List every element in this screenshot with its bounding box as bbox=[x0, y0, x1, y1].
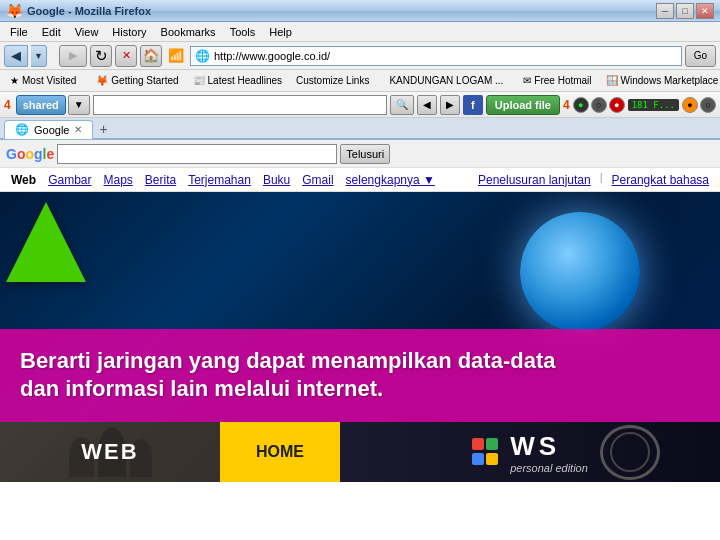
menu-tools[interactable]: Tools bbox=[224, 25, 262, 39]
info-text: Berarti jaringan yang dapat menampilkan … bbox=[20, 347, 700, 404]
address-bar[interactable]: 🌐 http://www.google.co.id/ bbox=[190, 46, 682, 66]
info-line-1: Berarti jaringan yang dapat menampilkan … bbox=[20, 348, 555, 373]
bookmark-getting-started[interactable]: 🦊 Getting Started bbox=[90, 73, 184, 88]
tab-google-icon: 🌐 bbox=[15, 123, 29, 136]
new-tab-button[interactable]: + bbox=[93, 119, 113, 138]
right-logo-area: WS personal edition bbox=[340, 422, 720, 482]
home-box: HOME bbox=[220, 422, 340, 482]
google-nav-terjemahan[interactable]: Terjemahan bbox=[183, 171, 256, 189]
info-line-2: dan informasi lain melalui internet. bbox=[20, 376, 383, 401]
google-nav: Web Gambar Maps Berita Terjemahan Buku G… bbox=[0, 168, 720, 192]
toolbar-circle-3[interactable]: ● bbox=[609, 97, 625, 113]
web-label-overlay: WEB bbox=[0, 422, 220, 482]
mail-icon: ✉ bbox=[523, 75, 531, 86]
window-controls: ─ □ ✕ bbox=[656, 3, 714, 19]
glowing-orb bbox=[520, 212, 640, 332]
stop-button[interactable]: ✕ bbox=[115, 45, 137, 67]
menu-help[interactable]: Help bbox=[263, 25, 298, 39]
toolbar-num-display: 181 F... bbox=[628, 99, 679, 111]
google-logo-small: Google bbox=[6, 146, 54, 162]
bookmark-hotmail[interactable]: ✉ Free Hotmail bbox=[517, 73, 597, 88]
google-nav-language[interactable]: Perangkat bahasa bbox=[607, 171, 714, 189]
bookmark-kandungan[interactable]: KANDUNGAN LOGAM ... bbox=[383, 73, 509, 88]
web-label: WEB bbox=[81, 439, 138, 465]
toolbar-nav-left[interactable]: ◀ bbox=[417, 95, 437, 115]
news-icon: 📰 bbox=[193, 75, 205, 86]
toolbar-circle-4[interactable]: ● bbox=[682, 97, 698, 113]
google-nav-right: Penelusuran lanjutan | Perangkat bahasa bbox=[473, 171, 714, 189]
google-nav-berita[interactable]: Berita bbox=[140, 171, 181, 189]
google-nav-buku[interactable]: Buku bbox=[258, 171, 295, 189]
upload-button[interactable]: Upload file bbox=[486, 95, 560, 115]
google-nav-maps[interactable]: Maps bbox=[98, 171, 137, 189]
toolbar-search-input[interactable] bbox=[93, 95, 387, 115]
signal-icon: 📶 bbox=[165, 45, 187, 67]
home-label: HOME bbox=[256, 443, 304, 461]
google-nav-gambar[interactable]: Gambar bbox=[43, 171, 96, 189]
address-text: http://www.google.co.id/ bbox=[214, 50, 330, 62]
menu-view[interactable]: View bbox=[69, 25, 105, 39]
menu-edit[interactable]: Edit bbox=[36, 25, 67, 39]
back-dropdown[interactable]: ▼ bbox=[31, 45, 47, 67]
toolbar-circle-2[interactable]: ○ bbox=[591, 97, 607, 113]
menu-bar: File Edit View History Bookmarks Tools H… bbox=[0, 22, 720, 42]
bookmark-most-visited[interactable]: ★ Most Visited bbox=[4, 73, 82, 88]
tab-google[interactable]: 🌐 Google ✕ bbox=[4, 120, 93, 139]
bookmark-headlines[interactable]: 📰 Latest Headlines bbox=[187, 73, 289, 88]
menu-history[interactable]: History bbox=[106, 25, 152, 39]
shared-number: 4 bbox=[4, 98, 11, 112]
tab-close-button[interactable]: ✕ bbox=[74, 124, 82, 135]
green-arrow bbox=[6, 202, 86, 282]
facebook-icon[interactable]: f bbox=[463, 95, 483, 115]
google-search-bar: Google Telusuri bbox=[0, 140, 720, 168]
tab-bar: 🌐 Google ✕ + bbox=[0, 118, 720, 140]
nav-bar: ◀ ▼ ▶ ↻ ✕ 🏠 📶 🌐 http://www.google.co.id/… bbox=[0, 42, 720, 70]
close-button[interactable]: ✕ bbox=[696, 3, 714, 19]
menu-bookmarks[interactable]: Bookmarks bbox=[155, 25, 222, 39]
bookmarks-bar: ★ Most Visited 🦊 Getting Started 📰 Lates… bbox=[0, 70, 720, 92]
ws-text: WS bbox=[510, 431, 588, 462]
info-box: Berarti jaringan yang dapat menampilkan … bbox=[0, 329, 720, 422]
google-search-input[interactable] bbox=[57, 144, 337, 164]
browser-icon: 🦊 bbox=[6, 3, 23, 19]
tab-google-label: Google bbox=[34, 124, 69, 136]
edition-text: personal edition bbox=[510, 462, 588, 474]
title-bar: 🦊 Google - Mozilla Firefox ─ □ ✕ bbox=[0, 0, 720, 22]
shared-button[interactable]: shared bbox=[16, 95, 66, 115]
maximize-button[interactable]: □ bbox=[676, 3, 694, 19]
forward-button[interactable]: ▶ bbox=[59, 45, 87, 67]
google-nav-advanced[interactable]: Penelusuran lanjutan bbox=[473, 171, 596, 189]
go-button[interactable]: Go bbox=[685, 45, 716, 67]
toolbar-circle-1[interactable]: ● bbox=[573, 97, 589, 113]
menu-file[interactable]: File bbox=[4, 25, 34, 39]
reload-button[interactable]: ↻ bbox=[90, 45, 112, 67]
windows-icon: 🪟 bbox=[606, 75, 618, 86]
toolbar-circle-5[interactable]: ○ bbox=[700, 97, 716, 113]
window-title: Google - Mozilla Firefox bbox=[27, 5, 656, 17]
ws-logo: WS personal edition bbox=[472, 431, 588, 474]
minimize-button[interactable]: ─ bbox=[656, 3, 674, 19]
back-button[interactable]: ◀ bbox=[4, 45, 28, 67]
toolbar-search-btn[interactable]: 🔍 bbox=[390, 95, 414, 115]
bookmark-marketplace[interactable]: 🪟 Windows Marketplace bbox=[600, 73, 720, 88]
toolbar-bar: 4 shared ▼ 🔍 ◀ ▶ f Upload file 4 ● ○ ● 1… bbox=[0, 92, 720, 118]
google-nav-web[interactable]: Web bbox=[6, 171, 41, 189]
toolbar-more-icons: ● ○ bbox=[682, 97, 716, 113]
decorative-circle bbox=[600, 425, 660, 480]
google-nav-gmail[interactable]: Gmail bbox=[297, 171, 338, 189]
toolbar-icons: ● ○ ● bbox=[573, 97, 625, 113]
google-search-button[interactable]: Telusuri bbox=[340, 144, 390, 164]
home-button[interactable]: 🏠 bbox=[140, 45, 162, 67]
main-content: Berarti jaringan yang dapat menampilkan … bbox=[0, 192, 720, 482]
firefox-icon: 🦊 bbox=[96, 75, 108, 86]
bottom-strip: WEB HOME WS personal edition bbox=[0, 422, 720, 482]
toolbar-four: 4 bbox=[563, 98, 570, 112]
windows-logo bbox=[472, 438, 500, 466]
star-icon: ★ bbox=[10, 75, 19, 86]
google-nav-more[interactable]: selengkapnya ▼ bbox=[341, 171, 440, 189]
bookmark-customize[interactable]: Customize Links bbox=[290, 73, 375, 88]
toolbar-nav-right[interactable]: ▶ bbox=[440, 95, 460, 115]
shared-dropdown[interactable]: ▼ bbox=[68, 95, 90, 115]
address-icon: 🌐 bbox=[195, 49, 210, 63]
